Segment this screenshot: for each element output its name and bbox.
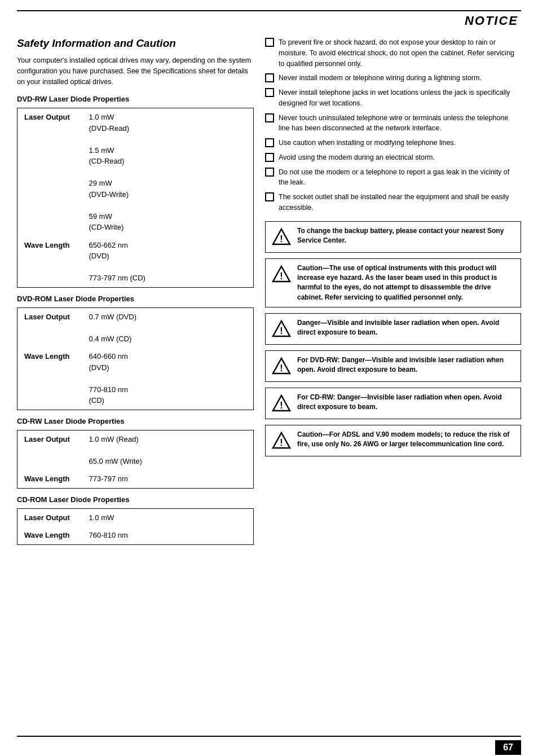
- warning-text-danger: Danger—Visible and invisible laser radia…: [297, 318, 515, 338]
- checkbox-icon: [265, 38, 274, 47]
- table-row: Laser Output 1.0 mW (Read)65.0 mW (Write…: [17, 430, 254, 470]
- warning-icon: !: [271, 227, 292, 248]
- bottom-area: 67: [0, 736, 538, 755]
- table-row: Laser Output 1.0 mW(DVD-Read)1.5 mW(CD-R…: [17, 108, 254, 236]
- checkbox-icon: [265, 168, 274, 177]
- bullet-text: Never install telephone jacks in wet loc…: [279, 87, 521, 109]
- bullet-text: Never touch uninsulated telephone wire o…: [279, 113, 521, 134]
- intro-text: Your computer's installed optical drives…: [17, 55, 254, 87]
- list-item: To prevent fire or shock hazard, do not …: [265, 37, 521, 69]
- list-item: Do not use the modem or a telephone to r…: [265, 167, 521, 188]
- bullet-text: Use caution when installing or modifying…: [279, 138, 456, 148]
- dvd-rom-table: Laser Output 0.7 mW (DVD)0.4 mW (CD) Wav…: [17, 307, 254, 410]
- warning-icon: !: [271, 394, 292, 414]
- warning-box-danger: ! Danger—Visible and invisible laser rad…: [265, 313, 521, 345]
- cd-rw-heading: CD-RW Laser Diode Properties: [17, 417, 254, 425]
- list-item: Never install modem or telephone wiring …: [265, 73, 521, 83]
- list-item: Never install telephone jacks in wet loc…: [265, 87, 521, 109]
- checkbox-icon: [265, 113, 274, 122]
- bullet-text: Do not use the modem or a telephone to r…: [279, 167, 521, 188]
- warning-text-battery: To change the backup battery, please con…: [297, 226, 515, 246]
- checkbox-icon: [265, 153, 274, 162]
- warning-icon: !: [271, 431, 292, 451]
- laser-output-label: Laser Output: [17, 108, 82, 236]
- table-row: Laser Output 0.7 mW (DVD)0.4 mW (CD): [17, 307, 254, 348]
- table-row: Wave Length 650-662 nm(DVD)773-797 nm (C…: [17, 236, 254, 288]
- left-column: Safety Information and Caution Your comp…: [17, 32, 254, 552]
- svg-text:!: !: [280, 234, 283, 244]
- bullet-text: Avoid using the modem during an electric…: [279, 152, 435, 163]
- wave-length-label: Wave Length: [17, 236, 82, 288]
- page: NOTICE Safety Information and Caution Yo…: [0, 10, 538, 756]
- wave-length-values: 760-810 nm: [82, 526, 254, 544]
- svg-text:!: !: [280, 326, 283, 336]
- svg-text:!: !: [280, 438, 283, 447]
- bullet-text: The socket outlet shall be installed nea…: [279, 192, 521, 213]
- right-column: To prevent fire or shock hazard, do not …: [265, 32, 521, 552]
- warning-text-adsl: Caution—For ADSL and V.90 modem models; …: [297, 430, 515, 450]
- cd-rw-table: Laser Output 1.0 mW (Read)65.0 mW (Write…: [17, 430, 254, 489]
- wave-length-label: Wave Length: [17, 348, 82, 410]
- wave-length-label: Wave Length: [17, 470, 82, 488]
- cd-rom-heading: CD-ROM Laser Diode Properties: [17, 495, 254, 504]
- warning-box-adsl: ! Caution—For ADSL and V.90 modem models…: [265, 425, 521, 456]
- table-row: Wave Length 760-810 nm: [17, 526, 254, 544]
- checkbox-icon: [265, 138, 274, 147]
- table-row: Wave Length 773-797 nm: [17, 470, 254, 488]
- checkbox-icon: [265, 88, 274, 97]
- bullet-text: Never install modem or telephone wiring …: [279, 73, 482, 83]
- dvd-rom-heading: DVD-ROM Laser Diode Properties: [17, 295, 254, 303]
- svg-text:!: !: [280, 271, 283, 281]
- wave-length-values: 640-660 nm(DVD)770-810 nm(CD): [82, 348, 254, 410]
- warning-box-cdrw: ! For CD-RW: Danger—Invisible laser radi…: [265, 388, 521, 419]
- notice-header: NOTICE: [0, 11, 538, 32]
- list-item: Use caution when installing or modifying…: [265, 138, 521, 148]
- list-item: Avoid using the modem during an electric…: [265, 152, 521, 163]
- laser-output-label: Laser Output: [17, 508, 82, 526]
- table-row: Wave Length 640-660 nm(DVD)770-810 nm(CD…: [17, 348, 254, 410]
- svg-text:!: !: [280, 401, 283, 410]
- warning-text-cdrw: For CD-RW: Danger—Invisible laser radiat…: [297, 393, 515, 412]
- list-item: The socket outlet shall be installed nea…: [265, 192, 521, 213]
- warning-box-battery: ! To change the backup battery, please c…: [265, 221, 521, 253]
- wave-length-label: Wave Length: [17, 526, 82, 544]
- warning-icon: !: [271, 319, 292, 340]
- laser-output-label: Laser Output: [17, 307, 82, 348]
- warning-text-optical: Caution—The use of optical instruments w…: [297, 263, 515, 303]
- bottom-rule: [17, 736, 521, 737]
- safety-heading: Safety Information and Caution: [17, 37, 254, 50]
- dvd-rw-heading: DVD-RW Laser Diode Properties: [17, 95, 254, 103]
- laser-output-values: 1.0 mW (Read)65.0 mW (Write): [82, 430, 254, 470]
- page-number-area: 67: [17, 740, 521, 755]
- wave-length-values: 650-662 nm(DVD)773-797 nm (CD): [82, 236, 254, 288]
- warning-box-optical: ! Caution—The use of optical instruments…: [265, 258, 521, 308]
- table-row: Laser Output 1.0 mW: [17, 508, 254, 526]
- wave-length-values: 773-797 nm: [82, 470, 254, 488]
- laser-output-values: 1.0 mW(DVD-Read)1.5 mW(CD-Read)29 mW(DVD…: [82, 108, 254, 236]
- warning-icon: !: [271, 265, 292, 285]
- list-item: Never touch uninsulated telephone wire o…: [265, 113, 521, 134]
- warning-icon: !: [271, 357, 292, 377]
- cd-rom-table: Laser Output 1.0 mW Wave Length 760-810 …: [17, 508, 254, 545]
- main-content: Safety Information and Caution Your comp…: [0, 32, 538, 552]
- svg-text:!: !: [280, 363, 283, 373]
- laser-output-label: Laser Output: [17, 430, 82, 470]
- checkbox-icon: [265, 73, 274, 82]
- page-number: 67: [495, 740, 521, 755]
- laser-output-values: 0.7 mW (DVD)0.4 mW (CD): [82, 307, 254, 348]
- warning-text-dvdrw: For DVD-RW: Danger—Visible and invisible…: [297, 355, 515, 375]
- checkbox-icon: [265, 192, 274, 201]
- bullet-list: To prevent fire or shock hazard, do not …: [265, 37, 521, 213]
- bullet-text: To prevent fire or shock hazard, do not …: [279, 37, 521, 69]
- warning-box-dvdrw: ! For DVD-RW: Danger—Visible and invisib…: [265, 350, 521, 382]
- laser-output-values: 1.0 mW: [82, 508, 254, 526]
- notice-title: NOTICE: [465, 14, 518, 28]
- dvd-rw-table: Laser Output 1.0 mW(DVD-Read)1.5 mW(CD-R…: [17, 108, 254, 288]
